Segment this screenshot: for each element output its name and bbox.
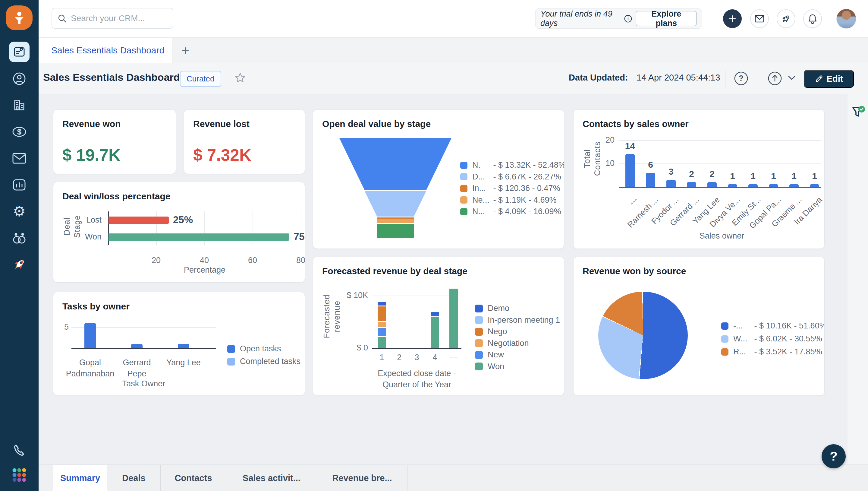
x-axis-title: Expected close date -Quarter of the Year <box>353 368 480 390</box>
sidebar-item-freddy-ai[interactable] <box>0 225 38 251</box>
bar <box>666 180 676 187</box>
bottom-tab-revenue-bre-[interactable]: Revenue bre... <box>317 465 407 491</box>
y-tick-label: 5 <box>58 322 69 332</box>
revenue-won-value: $ 19.7K <box>62 145 121 165</box>
y-axis-label-line: Total <box>582 149 592 168</box>
legend-series-name: N... <box>472 207 491 216</box>
sidebar-item-analytics[interactable] <box>0 172 38 198</box>
card-tasks-by-owner: Tasks by owner 5GopalPadmanabanGerrardPe… <box>53 292 305 396</box>
card-forecasted-revenue: Forecasted revenue by deal stage $ 0$ 10… <box>313 257 564 396</box>
legend-item: D... - $ 6.67K - 26.27% <box>460 172 561 181</box>
stack-segment-won <box>450 289 458 348</box>
funnel-stage-4 <box>377 219 414 223</box>
dashboard-filter-button[interactable] <box>850 105 866 121</box>
stack-segment-new <box>378 328 386 336</box>
legend-swatch <box>475 316 483 324</box>
y-axis-label: DealStage <box>59 204 86 249</box>
sidebar-item-settings[interactable]: ⚙ <box>0 198 38 225</box>
search-input[interactable]: Search your CRM... <box>52 8 173 29</box>
bottom-tab-sales-activit-[interactable]: Sales activit... <box>226 465 317 491</box>
topbar: Search your CRM... Your trial ends in 49… <box>38 0 868 38</box>
legend-swatch <box>721 336 728 343</box>
legend-item: In-person meeting 1 <box>475 315 560 325</box>
legend-item: Ne... - $ 1.19K - 4.69% <box>460 196 557 205</box>
email-inbox-button[interactable] <box>750 9 769 28</box>
mail-icon <box>755 15 764 23</box>
bottom-tab-deals[interactable]: Deals <box>107 465 161 491</box>
legend-swatch <box>460 196 467 204</box>
bar <box>810 184 819 187</box>
contacts-icon <box>12 72 26 86</box>
tab-sales-essentials-dashboard[interactable]: Sales Essentials Dashboard <box>38 38 173 63</box>
trial-banner: Your trial ends in 49 days Explore plans <box>535 8 702 29</box>
card-title: Revenue lost <box>193 119 250 129</box>
legend-label: -... - $ 10.16K - 51.60% <box>733 321 825 330</box>
legend-swatch <box>475 339 483 347</box>
funnel-stage-3 <box>377 218 414 219</box>
bar-open-tasks <box>131 344 143 348</box>
export-icon[interactable] <box>767 71 782 87</box>
card-revenue-won: Revenue won $ 19.7K <box>53 110 176 174</box>
sidebar-item-deals[interactable]: $ <box>0 118 38 145</box>
y-axis-label: Forecastedrevenue <box>318 294 345 339</box>
chevron-down-icon[interactable] <box>788 75 796 82</box>
sidebar-item-phone[interactable] <box>0 437 38 464</box>
bar <box>625 154 635 187</box>
edit-button[interactable]: Edit <box>804 70 854 88</box>
legend-item: N... - $ 4.09K - 16.09% <box>460 207 561 216</box>
bar-lost <box>108 216 169 224</box>
explore-plans-button[interactable]: Explore plans <box>636 11 697 26</box>
stack-segment-nego <box>378 307 386 321</box>
legend-series-name: -... <box>733 321 752 330</box>
page-header: Sales Essentials Dashboard Curated Data … <box>38 63 868 94</box>
help-icon[interactable]: ? <box>734 71 749 87</box>
notifications-button[interactable] <box>803 9 822 28</box>
report-tabs-bar: SummaryDealsContactsSales activit...Reve… <box>38 464 868 491</box>
add-tab-button[interactable]: + <box>178 43 193 58</box>
bar <box>769 184 778 187</box>
favorite-star-icon[interactable] <box>235 72 246 85</box>
svg-text:$: $ <box>17 127 22 136</box>
category-label-line: Yang Lee <box>150 357 217 368</box>
revenue-lost-value: $ 7.32K <box>193 145 251 165</box>
x-axis-line <box>71 348 216 349</box>
legend-label: Completed tasks <box>240 357 301 366</box>
bar <box>789 184 799 187</box>
help-fab-button[interactable]: ? <box>822 444 846 468</box>
analytics-icon <box>12 178 26 191</box>
sidebar-item-dashboard[interactable] <box>9 41 30 62</box>
sidebar-item-getting-started[interactable] <box>0 251 38 278</box>
user-avatar[interactable] <box>836 9 856 29</box>
legend-series-name: Ne... <box>472 196 491 205</box>
y-axis-label-line: Deal <box>62 218 72 235</box>
category-label-line: Pepe <box>104 368 170 379</box>
legend-label: D... - $ 6.67K - 26.27% <box>472 172 561 181</box>
pencil-icon <box>815 75 823 83</box>
sidebar-item-apps[interactable] <box>0 462 38 488</box>
x-axis-line <box>619 187 821 187</box>
sidebar-item-accounts[interactable] <box>0 92 38 118</box>
edit-label: Edit <box>827 74 843 84</box>
gridline <box>372 295 461 296</box>
tab-label: Sales Essentials Dashboard <box>51 45 164 56</box>
legend-label: New <box>488 350 504 359</box>
whats-new-button[interactable] <box>777 9 795 28</box>
bar <box>728 184 737 187</box>
category-label: --- <box>627 195 640 207</box>
legend-swatch <box>475 351 483 359</box>
x-tick-label: 40 <box>192 256 216 265</box>
dashboard-tab-row: Sales Essentials Dashboard + <box>38 38 868 63</box>
freshworks-logo[interactable] <box>6 5 33 30</box>
legend-label: Open tasks <box>240 344 281 353</box>
info-icon[interactable] <box>624 14 632 24</box>
bottom-tab-contacts[interactable]: Contacts <box>161 465 226 491</box>
freddy-ai-icon <box>12 232 27 244</box>
card-contacts-by-sales-owner: Contacts by sales owner 102014---6Ramesh… <box>573 110 825 249</box>
sidebar-item-email[interactable] <box>0 145 38 172</box>
bottom-tab-summary[interactable]: Summary <box>53 465 107 491</box>
funnel-stage-2 <box>365 191 426 216</box>
contacts-by-sales-owner-chart: 102014---6Ramesh ...3Fyodor ...2Gerrard … <box>574 110 824 249</box>
legend-item: Negotiation <box>475 339 529 348</box>
sidebar-item-contacts[interactable] <box>0 65 38 92</box>
quick-add-button[interactable]: + <box>723 9 742 28</box>
